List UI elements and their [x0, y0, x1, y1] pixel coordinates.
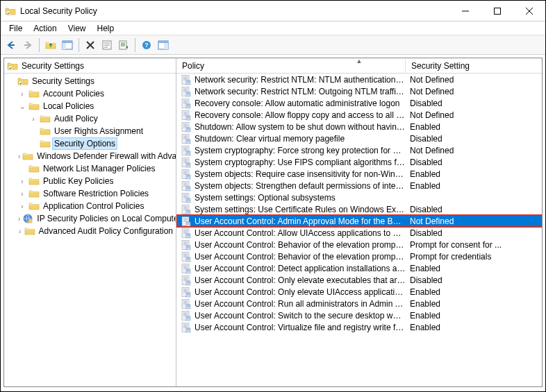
policy-row[interactable]: System settings: Optional subsystems: [176, 191, 542, 203]
policy-doc-icon: [181, 310, 192, 321]
up-button[interactable]: [43, 37, 58, 53]
menu-help[interactable]: Help: [92, 22, 120, 35]
menu-view[interactable]: View: [63, 22, 92, 35]
policy-row[interactable]: User Account Control: Only elevate execu…: [176, 274, 542, 286]
policy-setting: Enabled: [406, 122, 542, 132]
folder-icon: [40, 113, 51, 124]
policy-setting: Enabled: [406, 311, 542, 321]
policy-row[interactable]: Recovery console: Allow automatic admini…: [176, 97, 542, 109]
back-arrow-icon: [6, 40, 16, 50]
policy-name: System settings: Optional subsystems: [195, 193, 336, 203]
policy-row[interactable]: System cryptography: Force strong key pr…: [176, 144, 542, 156]
tree-item-label: Network List Manager Policies: [42, 163, 156, 174]
policy-row[interactable]: User Account Control: Behavior of the el…: [176, 250, 542, 262]
policy-row[interactable]: System objects: Strengthen default permi…: [176, 180, 542, 191]
menu-file[interactable]: File: [3, 22, 28, 35]
tree-item[interactable]: ⌄Local Policies: [4, 100, 176, 112]
close-button[interactable]: [513, 1, 545, 22]
policy-name: Recovery console: Allow floppy copy and …: [195, 110, 406, 120]
column-header-policy[interactable]: Policy: [176, 59, 406, 73]
policy-row[interactable]: Network security: Restrict NTLM: Outgoin…: [176, 85, 542, 97]
forward-button[interactable]: [20, 37, 35, 53]
policy-row[interactable]: User Account Control: Allow UIAccess app…: [176, 227, 542, 239]
tree-item[interactable]: ›Advanced Audit Policy Configuration: [4, 225, 176, 237]
policy-name: Network security: Restrict NTLM: Outgoin…: [195, 87, 406, 96]
policy-doc-icon: [181, 74, 192, 85]
minimize-button[interactable]: [449, 1, 481, 22]
tree-item-label: Security Settings: [31, 76, 96, 87]
tree-item-label: IP Security Policies on Local Compute: [35, 213, 176, 224]
policy-row[interactable]: System cryptography: Use FIPS compliant …: [176, 156, 542, 168]
chevron-right-icon[interactable]: ›: [18, 203, 26, 210]
tree-item[interactable]: ›Software Restriction Policies: [4, 187, 176, 200]
show-hide-tree-button[interactable]: [60, 37, 75, 53]
tree-item[interactable]: ·User Rights Assignment: [4, 125, 176, 137]
shield-icon: [7, 60, 18, 71]
tree-item[interactable]: ·Security Options: [4, 137, 176, 150]
tree-item[interactable]: ›Account Policies: [4, 87, 176, 100]
chevron-right-icon[interactable]: ›: [18, 178, 26, 185]
tree[interactable]: ·Security Settings›Account Policies⌄Loca…: [4, 74, 176, 386]
policy-doc-icon: [181, 157, 192, 168]
properties-button[interactable]: [99, 37, 115, 53]
export-button[interactable]: [116, 37, 131, 53]
tree-item[interactable]: ›IP Security Policies on Local Compute: [4, 212, 176, 225]
policy-row[interactable]: User Account Control: Admin Approval Mod…: [176, 215, 542, 227]
policy-setting: Enabled: [406, 323, 542, 332]
policy-doc-icon: [181, 216, 192, 227]
delete-button[interactable]: [83, 37, 98, 53]
chevron-right-icon[interactable]: ›: [18, 153, 20, 160]
help-button[interactable]: ?: [139, 37, 154, 53]
policy-name: User Account Control: Behavior of the el…: [195, 240, 406, 250]
maximize-button[interactable]: [481, 1, 513, 22]
tree-item[interactable]: ›Windows Defender Firewall with Adva: [4, 150, 176, 162]
policy-row[interactable]: System objects: Require case insensitivi…: [176, 168, 542, 180]
list-body[interactable]: Network security: Restrict NTLM: NTLM au…: [176, 74, 542, 386]
tree-item-label: User Rights Assignment: [53, 126, 144, 137]
chevron-right-icon[interactable]: ›: [18, 190, 26, 198]
tree-item[interactable]: ·Network List Manager Policies: [4, 162, 176, 175]
refresh-button[interactable]: [156, 37, 171, 53]
chevron-right-icon[interactable]: ›: [18, 90, 26, 98]
tree-item[interactable]: ›Application Control Policies: [4, 200, 176, 212]
tree-item[interactable]: ·Security Settings: [4, 75, 176, 87]
policy-row[interactable]: User Account Control: Only elevate UIAcc…: [176, 286, 542, 298]
policy-setting: Prompt for consent for ...: [406, 240, 542, 250]
column-header-setting[interactable]: Security Setting: [406, 59, 542, 73]
tree-item-label: Public Key Policies: [42, 176, 115, 187]
policy-setting: Prompt for credentials: [406, 252, 542, 262]
policy-row[interactable]: Shutdown: Clear virtual memory pagefileD…: [176, 133, 542, 144]
chevron-down-icon[interactable]: ⌄: [18, 103, 26, 110]
policy-row[interactable]: Shutdown: Allow system to be shut down w…: [176, 121, 542, 133]
workarea: Security Settings ·Security Settings›Acc…: [3, 58, 543, 387]
delete-x-icon: [85, 40, 95, 50]
tree-item-label: Local Policies: [42, 101, 95, 112]
toolbar-separator: [135, 38, 135, 52]
policy-row[interactable]: Recovery console: Allow floppy copy and …: [176, 109, 542, 121]
tree-item-label: Software Restriction Policies: [42, 188, 150, 199]
policy-doc-icon: [181, 98, 192, 109]
policy-row[interactable]: System settings: Use Certificate Rules o…: [176, 203, 542, 215]
tree-item-label: Application Control Policies: [42, 201, 145, 212]
tree-item[interactable]: ›Public Key Policies: [4, 175, 176, 187]
menu-action[interactable]: Action: [28, 22, 62, 35]
toolbar-separator: [39, 38, 40, 52]
policy-setting: Enabled: [406, 264, 542, 273]
tree-item[interactable]: ›Audit Policy: [4, 112, 176, 125]
policy-setting: Disabled: [406, 228, 542, 238]
tree-item-label: Account Policies: [42, 88, 106, 99]
chevron-right-icon[interactable]: ›: [29, 115, 38, 123]
titlebar: Local Security Policy: [1, 1, 545, 22]
policy-row[interactable]: Network security: Restrict NTLM: NTLM au…: [176, 74, 542, 85]
chevron-right-icon[interactable]: ›: [18, 215, 20, 223]
policy-row[interactable]: User Account Control: Virtualize file an…: [176, 321, 542, 333]
policy-row[interactable]: User Account Control: Detect application…: [176, 262, 542, 274]
chevron-right-icon[interactable]: ›: [18, 228, 22, 235]
policy-row[interactable]: User Account Control: Behavior of the el…: [176, 239, 542, 250]
policy-row[interactable]: User Account Control: Run all administra…: [176, 298, 542, 309]
policy-row[interactable]: User Account Control: Switch to the secu…: [176, 309, 542, 321]
back-button[interactable]: [3, 37, 19, 53]
twisty-empty: ·: [18, 165, 26, 173]
policy-name: User Account Control: Detect application…: [195, 264, 406, 273]
svg-rect-14: [158, 41, 168, 43]
